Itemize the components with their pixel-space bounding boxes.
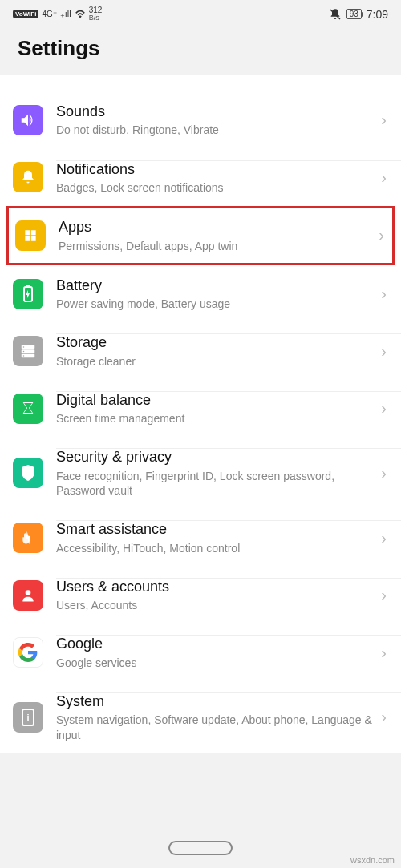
settings-list: Sounds Do not disturb, Ringtone, Vibrate… — [0, 75, 401, 753]
storage-icon — [13, 336, 43, 366]
status-right: 93 7:09 — [329, 8, 388, 21]
item-system[interactable]: i System System navigation, Software upd… — [0, 681, 401, 753]
digital-balance-icon — [13, 394, 43, 424]
chevron-right-icon: › — [379, 226, 384, 244]
item-title: Users & accounts — [56, 578, 373, 596]
item-battery[interactable]: Battery Power saving mode, Battery usage… — [0, 265, 401, 323]
security-icon — [13, 458, 43, 488]
chevron-right-icon: › — [381, 168, 387, 187]
item-subtitle: System navigation, Software update, Abou… — [56, 713, 373, 741]
item-subtitle: Google services — [56, 656, 373, 670]
item-security-privacy[interactable]: Security & privacy Face recognition, Fin… — [0, 437, 401, 509]
item-subtitle: Screen time management — [56, 411, 373, 426]
status-bar: VoWiFi 4G⁺ ₊ıll 312 B/s 93 7:09 — [0, 0, 401, 25]
item-title: Security & privacy — [56, 448, 373, 466]
signal-icon: ₊ıll — [60, 9, 71, 19]
nav-home-pill[interactable] — [168, 841, 233, 855]
item-title: Apps — [59, 218, 371, 236]
net-speed: 312 B/s — [89, 6, 103, 22]
sounds-icon — [13, 105, 43, 135]
svg-point-9 — [26, 590, 31, 595]
vowifi-badge: VoWiFi — [13, 10, 38, 18]
item-notifications[interactable]: Notifications Badges, Lock screen notifi… — [0, 149, 401, 207]
item-users-accounts[interactable]: Users & accounts Users, Accounts › — [0, 567, 401, 624]
network-gen: 4G⁺ — [42, 10, 56, 18]
smart-assistance-icon — [13, 523, 43, 553]
chevron-right-icon: › — [381, 529, 387, 547]
item-subtitle: Users, Accounts — [56, 598, 373, 612]
item-subtitle: Storage cleaner — [56, 354, 373, 369]
svg-rect-2 — [26, 285, 30, 287]
item-subtitle: Badges, Lock screen notifications — [56, 180, 373, 195]
battery-icon — [13, 279, 43, 309]
svg-point-8 — [23, 355, 24, 356]
users-icon — [13, 580, 43, 611]
watermark: wsxdn.com — [350, 855, 395, 865]
svg-point-6 — [23, 346, 24, 347]
chevron-right-icon: › — [381, 342, 387, 361]
wifi-icon — [75, 10, 86, 18]
item-google[interactable]: Google Google services › — [0, 624, 401, 681]
battery-indicator: 93 — [346, 9, 362, 19]
notifications-icon — [13, 162, 43, 192]
item-subtitle: Accessibility, HiTouch, Motion control — [56, 541, 373, 555]
chevron-right-icon: › — [381, 708, 387, 726]
chevron-right-icon: › — [381, 464, 387, 482]
item-smart-assistance[interactable]: Smart assistance Accessibility, HiTouch,… — [0, 509, 401, 567]
item-title: Smart assistance — [56, 520, 373, 539]
item-title: Sounds — [56, 103, 373, 121]
chevron-right-icon: › — [381, 285, 387, 303]
svg-point-7 — [23, 351, 24, 352]
chevron-right-icon: › — [381, 644, 387, 662]
item-title: Google — [56, 635, 373, 653]
item-title: Digital balance — [56, 391, 373, 410]
truncated-item — [56, 75, 387, 91]
item-storage[interactable]: Storage Storage cleaner › — [0, 322, 401, 380]
svg-text:i: i — [26, 713, 29, 722]
item-sounds[interactable]: Sounds Do not disturb, Ringtone, Vibrate… — [0, 91, 401, 149]
item-subtitle: Permissions, Default apps, App twin — [59, 239, 371, 253]
item-title: Storage — [56, 333, 373, 352]
apps-icon — [15, 220, 46, 251]
chevron-right-icon: › — [381, 111, 387, 129]
chevron-right-icon: › — [381, 399, 387, 418]
google-icon — [13, 637, 43, 668]
status-left: VoWiFi 4G⁺ ₊ıll 312 B/s — [13, 6, 102, 22]
item-subtitle: Face recognition, Fingerprint ID, Lock s… — [56, 469, 373, 498]
item-subtitle: Power saving mode, Battery usage — [56, 297, 373, 311]
item-title: Battery — [56, 277, 373, 295]
item-apps[interactable]: Apps Permissions, Default apps, App twin… — [6, 206, 395, 265]
item-digital-balance[interactable]: Digital balance Screen time management › — [0, 380, 401, 438]
mute-icon — [329, 8, 342, 21]
page-title: Settings — [0, 25, 401, 75]
item-subtitle: Do not disturb, Ringtone, Vibrate — [56, 123, 373, 137]
system-icon: i — [13, 702, 43, 733]
item-title: Notifications — [56, 160, 373, 179]
item-title: System — [56, 692, 373, 711]
chevron-right-icon: › — [381, 586, 387, 604]
clock: 7:09 — [367, 8, 388, 21]
